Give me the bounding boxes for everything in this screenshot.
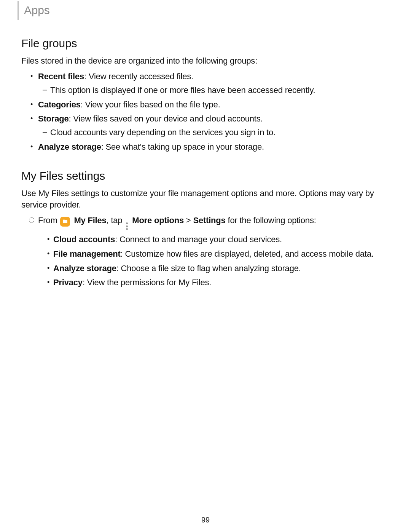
section-title-file-groups: File groups — [21, 36, 390, 51]
step-text-mid: , tap — [107, 216, 125, 225]
list-item: Privacy: View the permissions for My Fil… — [38, 277, 390, 288]
item-desc: : View your files based on the file type… — [81, 100, 220, 109]
section-title-my-files-settings: My Files settings — [21, 168, 390, 184]
list-item: Analyze storage: Choose a file size to f… — [38, 263, 390, 274]
item-label: Recent files — [38, 72, 84, 81]
item-label: Categories — [38, 100, 81, 109]
item-label: Analyze storage — [38, 142, 101, 152]
item-label: Cloud accounts — [53, 235, 115, 244]
step-gt: > — [184, 216, 193, 225]
list-item: Storage: View files saved on your device… — [21, 113, 390, 138]
more-options-icon — [126, 222, 128, 230]
sublist: Cloud accounts vary depending on the ser… — [38, 127, 390, 138]
item-desc: : View files saved on your device and cl… — [69, 114, 263, 123]
my-files-app-icon — [60, 217, 70, 227]
header-rule — [18, 1, 19, 20]
step-more-options: More options — [132, 216, 184, 225]
list-item: Recent files: View recently accessed fil… — [21, 71, 390, 96]
item-label: Analyze storage — [53, 264, 116, 273]
list-item: Cloud accounts: Connect to and manage yo… — [38, 234, 390, 245]
step-settings: Settings — [193, 216, 225, 225]
list-item: Categories: View your files based on the… — [21, 99, 390, 110]
document-page: Apps File groups Files stored in the dev… — [0, 0, 411, 532]
file-groups-list: Recent files: View recently accessed fil… — [21, 71, 390, 152]
item-desc: : View the permissions for My Files. — [83, 278, 211, 287]
section-intro-file-groups: Files stored in the device are organized… — [21, 55, 390, 67]
step-item: From My Files, tap More options > Settin… — [21, 215, 390, 288]
item-desc: : See what's taking up space in your sto… — [101, 142, 264, 152]
sublist-item: This option is displayed if one or more … — [38, 85, 390, 96]
sublist-item: Cloud accounts vary depending on the ser… — [38, 127, 390, 138]
item-desc: : Customize how files are displayed, del… — [121, 249, 374, 259]
step-text-pre: From — [38, 216, 59, 225]
page-number: 99 — [0, 515, 411, 525]
step-app-name: My Files — [74, 216, 106, 225]
item-desc: : View recently accessed files. — [84, 72, 193, 81]
item-desc: : Connect to and manage your cloud servi… — [115, 235, 282, 244]
item-label: Storage — [38, 114, 69, 123]
settings-options-list: Cloud accounts: Connect to and manage yo… — [38, 234, 390, 288]
item-desc: : Choose a file size to flag when analyz… — [116, 264, 301, 273]
list-item: Analyze storage: See what's taking up sp… — [21, 141, 390, 153]
circle-bullet-icon — [29, 217, 34, 223]
settings-steps: From My Files, tap More options > Settin… — [21, 215, 390, 288]
breadcrumb: Apps — [24, 3, 50, 18]
sublist: This option is displayed if one or more … — [38, 85, 390, 96]
section-intro-my-files-settings: Use My Files settings to customize your … — [21, 188, 390, 210]
list-item: File management: Customize how files are… — [38, 248, 390, 260]
step-text-post: for the following options: — [226, 216, 316, 225]
item-label: Privacy — [53, 278, 83, 287]
item-label: File management — [53, 249, 121, 259]
page-header: Apps — [21, 0, 390, 20]
